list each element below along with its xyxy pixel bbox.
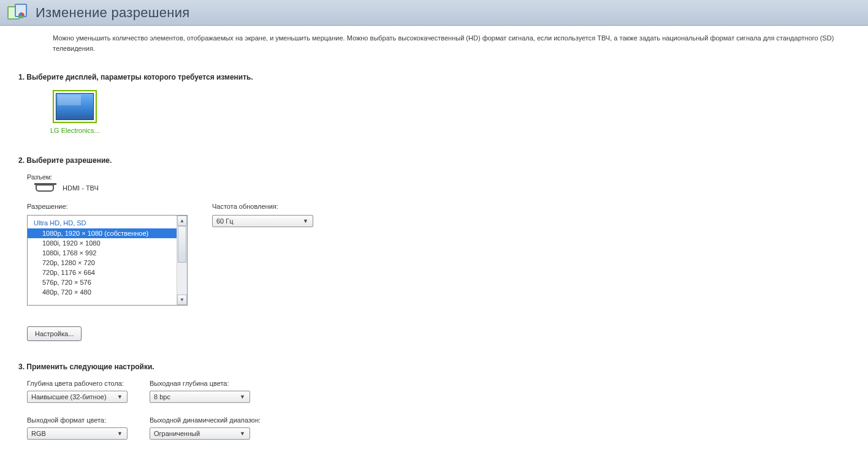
display-label[interactable]: LG Electronics...	[50, 127, 100, 134]
scroll-down-button[interactable]: ▼	[177, 295, 187, 305]
section1-title: 1. Выберите дисплей, параметры которого …	[18, 73, 850, 81]
scrollbar[interactable]: ▲ ▼	[177, 216, 187, 305]
resolution-label: Разрешение:	[27, 203, 188, 210]
chevron-down-icon: ▼	[115, 394, 124, 400]
connector-value: HDMI - ТВЧ	[63, 184, 99, 192]
resolution-option[interactable]: 1080p, 1920 × 1080 (собственное)	[28, 228, 177, 238]
refresh-rate-value: 60 Гц	[216, 217, 301, 225]
resolution-listbox[interactable]: Ultra HD, HD, SD 1080p, 1920 × 1080 (соб…	[27, 215, 188, 306]
output-color-depth-dropdown[interactable]: 8 bpc ▼	[150, 391, 250, 403]
section2-title: 2. Выберите разрешение.	[18, 156, 850, 165]
customize-button[interactable]: Настройка...	[27, 326, 82, 341]
section3-title: 3. Применить следующие настройки.	[18, 363, 850, 371]
chevron-down-icon: ▼	[238, 394, 247, 400]
page-title: Изменение разрешения	[36, 5, 189, 21]
scroll-up-button[interactable]: ▲	[177, 216, 187, 226]
refresh-rate-label: Частота обновления:	[212, 203, 313, 210]
resolution-option[interactable]: 480p, 720 × 480	[28, 287, 177, 297]
refresh-rate-dropdown[interactable]: 60 Гц ▼	[212, 215, 313, 227]
resolution-option[interactable]: 720p, 1176 × 664	[28, 268, 177, 277]
resolution-option[interactable]: 1080i, 1768 × 992	[28, 248, 177, 258]
chevron-down-icon: ▼	[238, 430, 247, 437]
monitor-icon	[56, 93, 94, 120]
resolution-option[interactable]: 1080i, 1920 × 1080	[28, 238, 177, 248]
output-color-format-dropdown[interactable]: RGB ▼	[27, 427, 128, 440]
app-icon	[7, 4, 29, 22]
chevron-down-icon: ▼	[115, 430, 124, 437]
output-dynamic-range-dropdown[interactable]: Ограниченный ▼	[150, 427, 250, 440]
display-thumbnail[interactable]	[53, 90, 97, 123]
chevron-down-icon: ▼	[301, 218, 310, 224]
output-color-depth-label: Выходная глубина цвета:	[150, 380, 250, 387]
scroll-thumb[interactable]	[178, 226, 186, 263]
output-dynamic-range-label: Выходной динамический диапазон:	[150, 416, 261, 424]
resolution-option[interactable]: 720p, 1280 × 720	[28, 258, 177, 268]
output-color-format-label: Выходной формат цвета:	[27, 416, 128, 424]
header-bar: Изменение разрешения	[0, 0, 868, 26]
hdmi-icon	[36, 184, 54, 192]
page-description: Можно уменьшить количество элементов, от…	[0, 26, 868, 59]
desktop-color-depth-dropdown[interactable]: Наивысшее (32-битное) ▼	[27, 391, 128, 403]
scroll-track[interactable]	[177, 226, 187, 295]
resolution-option[interactable]: 576p, 720 × 576	[28, 277, 177, 287]
resolution-group-header: Ultra HD, HD, SD	[28, 218, 177, 228]
desktop-color-depth-label: Глубина цвета рабочего стола:	[27, 380, 128, 387]
connector-label: Разъем:	[27, 173, 850, 181]
